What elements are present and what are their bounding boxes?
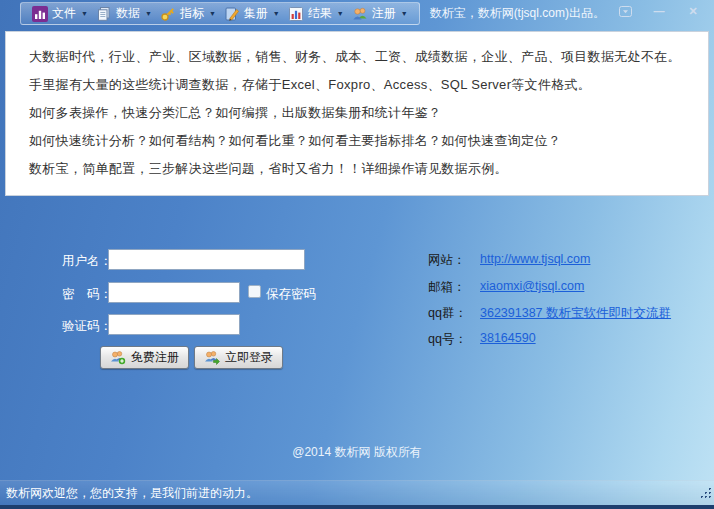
pen-book-icon (224, 6, 240, 22)
app-window: 文件 ▼ 数据 ▼ 指标 ▼ 集册 (0, 0, 714, 509)
chevron-down-icon: ▼ (337, 10, 344, 17)
minimize-button[interactable]: — (648, 4, 670, 18)
menu-item-album[interactable]: 集册 ▼ (220, 5, 284, 22)
status-message: 数析网欢迎您，您的支持，是我们前进的动力。 (6, 485, 258, 502)
contact-row-qq-group: qq群： 362391387 数析宝软件即时交流群 (428, 305, 671, 322)
contact-row-email: 邮箱： xiaomxi@tjsql.com (428, 279, 584, 296)
save-password-label: 保存密码 (266, 286, 316, 303)
contact-row-website: 网站： http://www.tjsql.com (428, 252, 590, 269)
menu-item-indicator[interactable]: 指标 ▼ (156, 5, 220, 22)
menu-item-label: 数据 (116, 5, 140, 22)
intro-line: 大数据时代，行业、产业、区域数据，销售、财务、成本、工资、成绩数据，企业、产品、… (29, 43, 694, 71)
intro-line: 数析宝，简单配置，三步解决这些问题，省时又省力！！详细操作请见数据示例。 (29, 155, 694, 183)
window-title: 数析宝，数析网(tjsql.com)出品。 (430, 5, 605, 22)
captcha-label: 验证码： (62, 318, 112, 335)
save-password-checkbox[interactable] (248, 285, 261, 298)
qq-number-label: qq号： (428, 331, 466, 348)
close-button[interactable]: ✕ (682, 4, 704, 18)
chevron-down-icon: ▼ (145, 10, 152, 17)
menu-item-label: 指标 (180, 5, 204, 22)
password-input[interactable] (108, 282, 240, 303)
chevron-down-icon: ▼ (209, 10, 216, 17)
chevron-down-icon: ▼ (401, 10, 408, 17)
intro-line: 如何快速统计分析？如何看结构？如何看比重？如何看主要指标排名？如何快速查询定位？ (29, 127, 694, 155)
intro-line: 手里握有大量的这些统计调查数据，存储于Excel、Foxpro、Access、S… (29, 71, 694, 99)
resize-grip[interactable] (701, 485, 712, 503)
password-label: 密 码： (62, 286, 112, 303)
qq-group-link[interactable]: 362391387 数析宝软件即时交流群 (480, 305, 671, 322)
menu-item-label: 结果 (308, 5, 332, 22)
qq-group-label: qq群： (428, 305, 466, 322)
register-button[interactable]: 免费注册 (100, 346, 189, 369)
app-barchart-icon (32, 6, 48, 22)
user-login-icon (204, 350, 220, 365)
files-icon (96, 6, 112, 22)
intro-panel: 大数据时代，行业、产业、区域数据，销售、财务、成本、工资、成绩数据，企业、产品、… (5, 31, 709, 196)
minimize-to-tray-button[interactable] (614, 4, 636, 18)
captcha-input[interactable] (108, 314, 240, 335)
users-icon (352, 6, 368, 22)
chevron-down-icon: ▼ (81, 10, 88, 17)
intro-line: 如何多表操作，快速分类汇总？如何编撰，出版数据集册和统计年鉴？ (29, 99, 694, 127)
chevron-down-icon: ▼ (273, 10, 280, 17)
email-label: 邮箱： (428, 279, 466, 296)
contact-row-qq-number: qq号： 38164590 (428, 331, 536, 348)
menubar: 文件 ▼ 数据 ▼ 指标 ▼ 集册 (20, 2, 420, 25)
user-add-icon (110, 350, 126, 365)
login-button-label: 立即登录 (225, 349, 273, 366)
statusbar: 数析网欢迎您，您的支持，是我们前进的动力。 (0, 480, 714, 509)
email-link[interactable]: xiaomxi@tjsql.com (480, 279, 584, 296)
key-icon (160, 6, 176, 22)
copyright-text: @2014 数析网 版权所有 (0, 444, 714, 461)
username-input[interactable] (108, 249, 305, 270)
website-label: 网站： (428, 252, 466, 269)
menu-item-label: 文件 (52, 5, 76, 22)
register-button-label: 免费注册 (131, 349, 179, 366)
menu-item-register[interactable]: 注册 ▼ (348, 5, 412, 22)
website-link[interactable]: http://www.tjsql.com (480, 252, 590, 269)
menu-item-file[interactable]: 文件 ▼ (28, 5, 92, 22)
chart-icon (288, 6, 304, 22)
menu-item-label: 集册 (244, 5, 268, 22)
username-label: 用户名： (62, 253, 112, 270)
menu-item-label: 注册 (372, 5, 396, 22)
titlebar: 文件 ▼ 数据 ▼ 指标 ▼ 集册 (0, 0, 714, 27)
menu-item-data[interactable]: 数据 ▼ (92, 5, 156, 22)
window-controls: — ✕ (614, 4, 704, 18)
qq-number-link[interactable]: 38164590 (480, 331, 536, 348)
login-button[interactable]: 立即登录 (194, 346, 283, 369)
menu-item-result[interactable]: 结果 ▼ (284, 5, 348, 22)
